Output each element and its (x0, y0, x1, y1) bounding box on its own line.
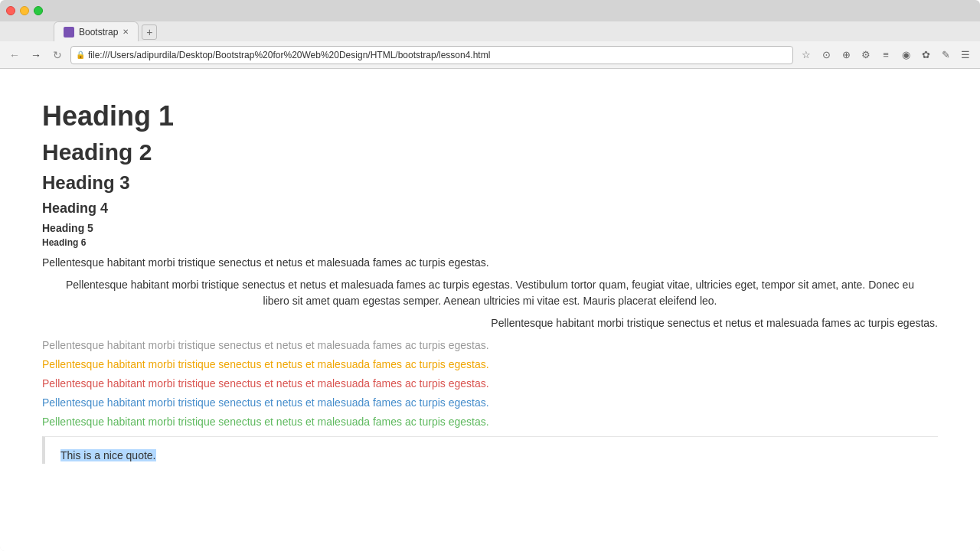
layers-icon[interactable]: ≡ (877, 47, 894, 64)
blockquote-text: This is a nice quote. (60, 449, 156, 461)
heading-4: Heading 4 (42, 201, 938, 217)
paragraph-muted: Pellentesque habitant morbi tristique se… (42, 337, 938, 354)
extension-icon4[interactable]: ✿ (917, 47, 934, 64)
heading-6: Heading 6 (42, 237, 938, 248)
title-bar (0, 0, 980, 21)
paragraph-primary: Pellentesque habitant morbi tristique se… (42, 395, 938, 411)
address-bar-container: 🔒 (70, 46, 793, 64)
tab-bar: Bootstrap ✕ + (0, 20, 980, 41)
new-tab-button[interactable]: + (142, 24, 157, 40)
settings-icon[interactable]: ⚙ (858, 47, 874, 64)
traffic-lights (6, 6, 43, 15)
back-button[interactable]: ← (6, 47, 23, 64)
heading-2: Heading 2 (42, 139, 938, 166)
toolbar: ← → ↻ 🔒 ☆ ⊙ ⊕ ⚙ ≡ ◉ ✿ ✎ ☰ (0, 41, 980, 69)
paragraph-success: Pellentesque habitant morbi tristique se… (42, 414, 938, 430)
extension-icon1[interactable]: ⊙ (818, 47, 835, 64)
heading-1: Heading 1 (42, 99, 938, 132)
minimize-button[interactable] (20, 6, 29, 15)
address-lock-icon: 🔒 (76, 51, 85, 59)
refresh-button[interactable]: ↻ (49, 47, 66, 64)
tab-favicon (64, 27, 74, 37)
extension-icon5[interactable]: ✎ (937, 47, 954, 64)
browser-tab[interactable]: Bootstrap ✕ (54, 21, 139, 41)
paragraph-right: Pellentesque habitant morbi tristique se… (42, 315, 938, 331)
heading-5: Heading 5 (42, 222, 938, 235)
forward-button[interactable]: → (28, 47, 44, 64)
tab-title: Bootstrap (79, 27, 118, 37)
address-input[interactable] (88, 50, 788, 60)
paragraph-blockquote: Pellentesque habitant morbi tristique se… (42, 277, 938, 309)
paragraph-danger: Pellentesque habitant morbi tristique se… (42, 376, 938, 392)
extension-icon3[interactable]: ◉ (897, 47, 914, 64)
maximize-button[interactable] (34, 6, 43, 15)
close-button[interactable] (6, 6, 15, 15)
paragraph-warning: Pellentesque habitant morbi tristique se… (42, 357, 938, 373)
blockquote-section: This is a nice quote. (42, 436, 938, 464)
menu-icon[interactable]: ☰ (957, 47, 974, 64)
heading-3: Heading 3 (42, 172, 938, 194)
paragraph-normal: Pellentesque habitant morbi tristique se… (42, 255, 938, 271)
toolbar-icons: ☆ ⊙ ⊕ ⚙ ≡ ◉ ✿ ✎ ☰ (798, 47, 974, 64)
tab-close-icon[interactable]: ✕ (122, 28, 129, 36)
bookmark-icon[interactable]: ☆ (798, 47, 815, 64)
extension-icon2[interactable]: ⊕ (838, 47, 854, 64)
page-content: Heading 1 Heading 2 Heading 3 Heading 4 … (0, 69, 980, 551)
